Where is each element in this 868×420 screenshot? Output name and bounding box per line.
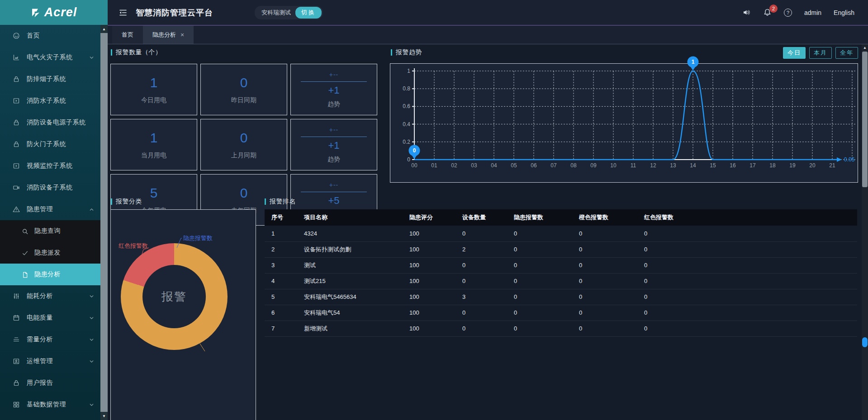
grid-icon [13, 401, 20, 409]
sidebar-subitem-label: 隐患分析 [34, 270, 61, 278]
tab-item[interactable]: 首页 [112, 26, 143, 44]
table-row[interactable]: 7新增测试1000000 [265, 321, 857, 336]
sidebar-item[interactable]: 基础数据管理 [0, 394, 100, 415]
sidebar-nav: 首页电气火灾子系统防排烟子系统消防水子系统消防设备电源子系统防火门子系统视频监控… [0, 25, 100, 420]
alarm-trend-chart[interactable]: 00.20.40.60.8100010203040506070809101112… [390, 64, 858, 182]
svg-text:19: 19 [789, 162, 796, 169]
stat-value: 0 [240, 130, 248, 146]
sidebar-item[interactable]: 消防设备子系统 [0, 177, 100, 198]
table-cell: 0 [637, 273, 702, 289]
column-header: 隐患报警数 [507, 209, 572, 226]
donut-center-label: 报警 [161, 289, 187, 305]
svg-text:05: 05 [511, 162, 517, 169]
scroll-up-icon[interactable]: ▲ [100, 25, 108, 33]
sidebar-item[interactable]: 隐患管理 [0, 198, 100, 220]
help-icon[interactable]: ? [784, 9, 792, 17]
svg-text:04: 04 [491, 162, 497, 169]
trend-range-buttons: 今日本月全年 [783, 47, 858, 59]
speaker-icon[interactable] [742, 8, 751, 17]
svg-text:11: 11 [631, 162, 636, 169]
lock-icon [13, 76, 20, 83]
scrollbar-marker[interactable] [862, 337, 868, 347]
alarm-ranking-title: 报警排名 [265, 198, 296, 206]
brand-logo: Acrel [0, 0, 108, 25]
table-cell: 3 [265, 257, 297, 273]
table-cell: 100 [403, 257, 455, 273]
sidebar-item[interactable]: 用户报告 [0, 372, 100, 394]
svg-text:14: 14 [690, 162, 696, 169]
stat-value: 1 [150, 75, 158, 90]
svg-text:16: 16 [730, 162, 736, 169]
table-cell: 0 [637, 321, 702, 336]
sidebar-item[interactable]: 防排烟子系统 [0, 68, 100, 90]
table-cell: 4 [265, 273, 297, 289]
collapse-menu-icon[interactable] [119, 8, 128, 17]
table-cell: 0 [455, 273, 507, 289]
sidebar-item-label: 首页 [27, 32, 40, 40]
range-button[interactable]: 本月 [809, 47, 832, 59]
svg-text:0.05: 0.05 [844, 156, 855, 163]
notification-count-badge: 2 [769, 5, 778, 13]
sidebar-scrollbar[interactable]: ▲ ▼ [100, 25, 108, 420]
range-button[interactable]: 全年 [835, 47, 858, 59]
stat-card: 0昨日同期 [200, 64, 287, 115]
content-area: 报警数量（个） 1今日用电0昨日同期+--+1趋势1当月用电0上月同期+--+1… [108, 44, 868, 420]
sidebar-item[interactable]: 消防设备电源子系统 [0, 112, 100, 133]
table-row[interactable]: 6安科瑞电气541000000 [265, 305, 857, 321]
table-row[interactable]: 2设备拓扑测试勿删1002000 [265, 241, 857, 257]
table-cell: 1 [265, 226, 297, 241]
chevron-down-icon [89, 402, 94, 407]
table-row[interactable]: 3测试1000000 [265, 257, 857, 273]
alarm-category-panel: 报警 隐患报警数 红色报警数 [110, 209, 256, 420]
table-row[interactable]: 5安科瑞电气54656341003000 [265, 289, 857, 305]
table-cell: 100 [403, 226, 455, 241]
sidebar-item[interactable]: 首页 [0, 25, 100, 47]
table-cell: 0 [455, 305, 507, 321]
sidebar-item-label: 能耗分析 [27, 292, 53, 300]
sidebar-item[interactable]: 能耗分析 [0, 285, 100, 307]
column-header: 红色报警数 [637, 209, 702, 226]
alarm-trend-panel: 00.20.40.60.8100010203040506070809101112… [390, 63, 858, 183]
smiley-icon [13, 32, 20, 40]
project-switcher: 安科瑞测试 切换 [255, 6, 323, 19]
language-switch[interactable]: English [834, 9, 854, 16]
tab-close-icon[interactable]: × [180, 31, 184, 38]
range-button[interactable]: 今日 [783, 47, 806, 59]
table-cell: 0 [572, 321, 637, 336]
user-menu[interactable]: admin [804, 9, 821, 16]
sidebar-subitem[interactable]: 隐患分析 [0, 264, 100, 285]
table-cell: 测试 [297, 257, 403, 273]
tab-active[interactable]: 隐患分析× [143, 26, 194, 44]
table-cell: 0 [572, 305, 637, 321]
category-label-red-alarms: 红色报警数 [119, 242, 148, 250]
sidebar-item[interactable]: 视频监控子系统 [0, 155, 100, 177]
scrollbar-thumb[interactable] [862, 52, 868, 187]
sidebar-item[interactable]: 电能质量 [0, 307, 100, 329]
table-row[interactable]: 143241000000 [265, 226, 857, 241]
sidebar-item[interactable]: 运维管理 [0, 350, 100, 372]
trend-value: +1 [328, 140, 339, 151]
sidebar-item[interactable]: 消防水子系统 [0, 90, 100, 112]
svg-text:06: 06 [531, 162, 537, 169]
stat-label: 当月用电 [141, 151, 166, 160]
table-row[interactable]: 4测试2151000000 [265, 273, 857, 289]
table-cell: 安科瑞电气5465634 [297, 289, 403, 305]
sidebar-item[interactable]: 需量分析 [0, 329, 100, 350]
scroll-up-icon[interactable]: ▲ [862, 44, 868, 51]
scroll-down-icon[interactable]: ▼ [100, 412, 108, 420]
stat-label: 昨日同期 [231, 96, 256, 104]
switch-project-button[interactable]: 切换 [295, 7, 322, 19]
check-icon [22, 250, 28, 256]
notifications-bell-icon[interactable]: 2 [763, 8, 772, 17]
sidebar-subitem[interactable]: 隐患查询 [0, 220, 100, 242]
svg-text:18: 18 [769, 162, 776, 169]
sidebar-item[interactable]: 防火门子系统 [0, 133, 100, 155]
alarm-category-donut[interactable]: 报警 [121, 243, 228, 350]
sidebar-item-label: 视频监控子系统 [27, 162, 73, 170]
table-cell: 0 [637, 257, 702, 273]
page-scrollbar[interactable]: ▲ [862, 44, 868, 420]
sidebar-item-label: 消防设备电源子系统 [27, 118, 86, 127]
table-cell: 2 [455, 241, 507, 257]
sidebar-item[interactable]: 电气火灾子系统 [0, 47, 100, 68]
sidebar-subitem[interactable]: 隐患派发 [0, 242, 100, 264]
